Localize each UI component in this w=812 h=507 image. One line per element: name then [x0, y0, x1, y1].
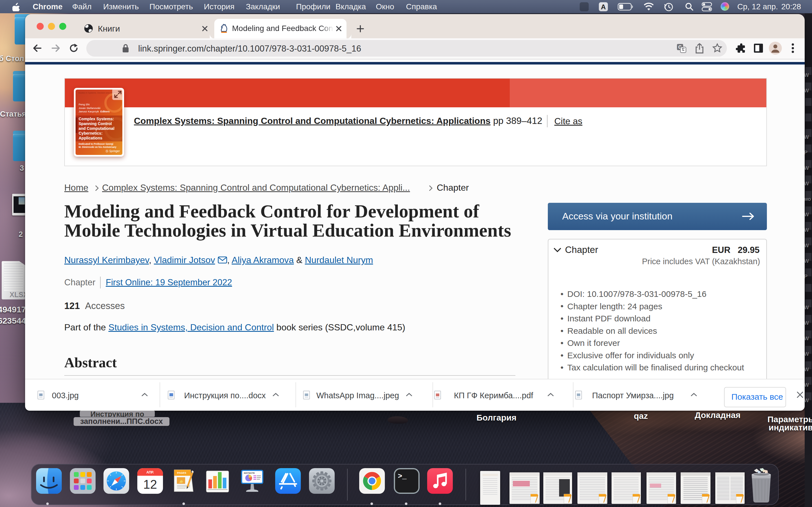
svg-text:PAGES: PAGES [177, 471, 186, 474]
svg-text:>_: >_ [398, 472, 407, 481]
svg-text:KEYNOTE: KEYNOTE [244, 472, 255, 474]
svg-text:12: 12 [143, 477, 157, 491]
svg-text:АПР.: АПР. [146, 470, 154, 474]
